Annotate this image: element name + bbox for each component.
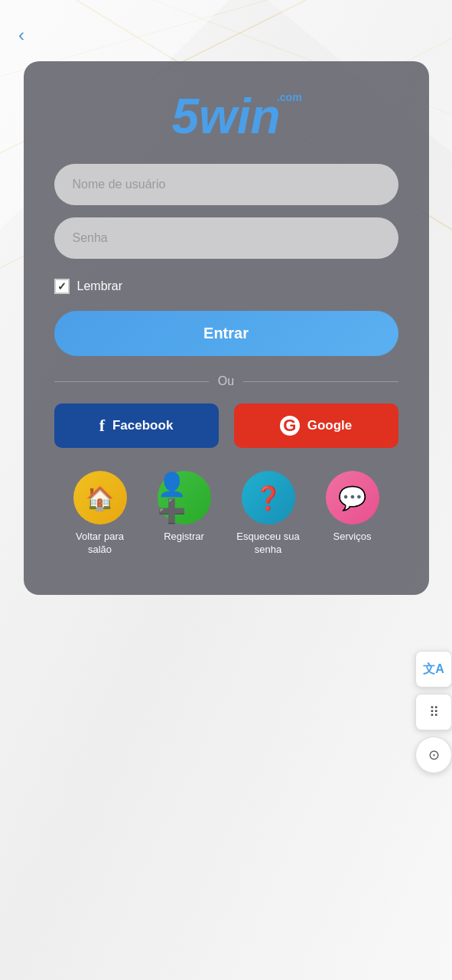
google-button[interactable]: G Google bbox=[234, 403, 398, 448]
register-icon-item[interactable]: 👤➕ Registrar bbox=[150, 471, 219, 544]
register-icon: 👤➕ bbox=[158, 471, 211, 524]
home-icon: 🏠 bbox=[86, 485, 114, 511]
translate-icon: 文A bbox=[423, 662, 444, 678]
social-buttons-row: f Facebook G Google bbox=[54, 403, 398, 448]
home-icon-circle: 🏠 bbox=[73, 471, 127, 524]
register-label: Registrar bbox=[164, 531, 204, 544]
home-icon-item[interactable]: 🏠 Voltar para salão bbox=[66, 471, 135, 557]
google-icon: G bbox=[280, 416, 300, 436]
translate-button[interactable]: 文A bbox=[415, 651, 452, 688]
back-button[interactable]: ‹ bbox=[18, 24, 24, 46]
login-card: 5win.com ✓ Lembrar Entrar Ou f Fa bbox=[24, 61, 429, 595]
bottom-icons-row: 🏠 Voltar para salão 👤➕ Registrar ❓ Esque… bbox=[66, 471, 387, 557]
forgot-label: Esqueceu sua senha bbox=[234, 531, 303, 557]
google-label: Google bbox=[307, 418, 353, 433]
logo-win: win bbox=[199, 89, 281, 144]
password-input[interactable] bbox=[54, 217, 398, 259]
page-container: 5win.com ✓ Lembrar Entrar Ou f Fa bbox=[0, 0, 452, 595]
logo-container: 5win.com bbox=[171, 92, 280, 141]
remember-row: ✓ Lembrar bbox=[54, 279, 398, 294]
forgot-icon: ❓ bbox=[254, 485, 282, 511]
logo-com: .com bbox=[277, 92, 302, 103]
facebook-label: Facebook bbox=[112, 418, 173, 433]
home-label: Voltar para salão bbox=[66, 531, 135, 557]
services-icon: 💬 bbox=[338, 485, 366, 511]
login-button[interactable]: Entrar bbox=[54, 311, 398, 356]
forgot-icon-circle: ❓ bbox=[242, 471, 295, 524]
register-icon-circle: 👤➕ bbox=[158, 471, 211, 524]
logo-text: 5win.com bbox=[171, 89, 280, 144]
facebook-button[interactable]: f Facebook bbox=[54, 403, 219, 448]
remember-checkbox[interactable]: ✓ bbox=[54, 279, 70, 294]
logo-five: 5 bbox=[171, 89, 199, 144]
services-icon-item[interactable]: 💬 Serviços bbox=[318, 471, 387, 544]
remember-label: Lembrar bbox=[77, 279, 123, 293]
divider-right bbox=[243, 381, 398, 382]
apps-icon: ⠿ bbox=[429, 704, 439, 720]
divider-row: Ou bbox=[54, 374, 398, 388]
chat-button[interactable]: ⊙ bbox=[415, 737, 452, 773]
divider-text: Ou bbox=[218, 374, 234, 388]
services-icon-circle: 💬 bbox=[326, 471, 379, 524]
username-input[interactable] bbox=[54, 164, 398, 205]
divider-left bbox=[54, 381, 209, 382]
checkmark-icon: ✓ bbox=[57, 280, 67, 292]
logo-wrapper: 5win.com bbox=[171, 92, 280, 141]
chat-icon: ⊙ bbox=[428, 746, 440, 763]
services-label: Serviços bbox=[333, 531, 372, 544]
floating-buttons: 文A ⠿ ⊙ bbox=[415, 651, 452, 773]
facebook-icon: f bbox=[99, 416, 105, 436]
forgot-icon-item[interactable]: ❓ Esqueceu sua senha bbox=[234, 471, 303, 557]
apps-button[interactable]: ⠿ bbox=[415, 694, 452, 730]
